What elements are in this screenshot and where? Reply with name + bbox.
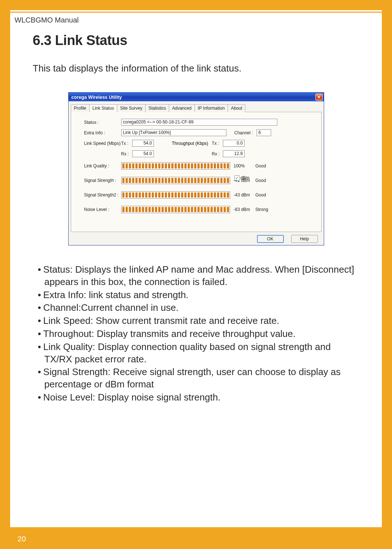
help-button[interactable]: Help xyxy=(291,235,318,243)
list-item: Status: Displays the linked AP name and … xyxy=(33,264,359,288)
link-quality-label: Link Quality : xyxy=(75,163,121,168)
signal-strength2-label: Signal Strength2 : xyxy=(75,192,121,198)
extra-info-label: Extra Info : xyxy=(75,130,121,135)
channel-field: 6 xyxy=(257,129,271,136)
tab-link-status[interactable]: Link Status xyxy=(89,104,117,112)
tab-advanced[interactable]: Advanced xyxy=(169,104,195,112)
tab-statistics[interactable]: Statistics xyxy=(145,104,169,112)
signal-strength2-bar xyxy=(121,191,230,199)
list-item: Signal Strength: Receive signal strength… xyxy=(33,366,359,391)
tx-throughput-field: 0.0 xyxy=(223,140,245,147)
window-title: corega Wireless Utility xyxy=(72,94,315,100)
signal-strength-rating: Good xyxy=(256,178,266,183)
rx-throughput-field: 12.9 xyxy=(223,150,245,157)
extra-info-field: Link Up [TxPower:100%] xyxy=(121,129,226,136)
checkbox-icon[interactable] xyxy=(234,175,240,180)
rx-speed-field: 54.0 xyxy=(132,150,154,157)
tab-profile[interactable]: Profile xyxy=(71,104,90,112)
noise-level-rating: Strong xyxy=(256,207,268,212)
content-area: 6.3 Link Status This tab displays the in… xyxy=(33,33,359,404)
titlebar: corega Wireless Utility × xyxy=(69,93,324,101)
noise-level-value: -63 dBm xyxy=(234,207,256,212)
window-body: Profile Link Status Site Survey Statisti… xyxy=(69,101,324,245)
tab-site-survey[interactable]: Site Survey xyxy=(117,104,146,112)
list-item: Link Quality: Display connection quality… xyxy=(33,341,359,366)
section-heading: 6.3 Link Status xyxy=(33,33,359,48)
list-item: Throughout: Display transmits and receiv… xyxy=(33,328,359,340)
manual-title: WLCBGMO Manual xyxy=(15,16,79,24)
status-label: Status : xyxy=(75,120,121,125)
signal-strength-bar xyxy=(121,177,230,184)
rx-label: Rx : xyxy=(121,151,132,156)
noise-level-label: Noise Level : xyxy=(75,207,121,212)
tab-about[interactable]: About xyxy=(228,104,245,112)
link-quality-bar xyxy=(121,162,230,170)
tx-label-2: Tx : xyxy=(212,141,223,146)
dbm-checkbox[interactable]: dBm xyxy=(234,175,250,180)
ok-button[interactable]: OK xyxy=(257,235,284,243)
signal-strength2-rating: Good xyxy=(256,192,266,198)
list-item: Link Speed: Show current transmit rate a… xyxy=(33,315,359,327)
close-icon[interactable]: × xyxy=(315,94,323,101)
signal-strength2-value: -43 dBm xyxy=(234,192,256,198)
signal-strength-label: Signal Strength : xyxy=(75,178,121,183)
header-rule xyxy=(10,13,382,14)
list-item: Extra Info: link status and strength. xyxy=(33,289,359,301)
tx-label: Tx : xyxy=(121,141,132,146)
list-item: Noise Level: Display noise signal streng… xyxy=(33,391,359,404)
section-intro: This tab displays the information of the… xyxy=(33,63,359,74)
status-field: corega0205 <--> 00-50-18-21-CF-69 xyxy=(121,119,277,126)
utility-window: corega Wireless Utility × Profile Link S… xyxy=(68,92,324,245)
tab-ip-information[interactable]: IP Information xyxy=(195,104,228,112)
noise-level-bar xyxy=(121,206,230,213)
list-item: Channel:Current channel in use. xyxy=(33,302,359,314)
throughput-label: Throughput (Kbps) xyxy=(172,141,208,146)
tab-panel: Status : corega0205 <--> 00-50-18-21-CF-… xyxy=(71,112,322,232)
link-quality-rating: Good xyxy=(256,163,266,168)
tab-bar: Profile Link Status Site Survey Statisti… xyxy=(71,104,322,112)
link-quality-value: 100% xyxy=(234,163,256,168)
description-list: Status: Displays the linked AP name and … xyxy=(33,264,359,404)
link-speed-label: Link Speed (Mbps) xyxy=(75,141,121,146)
dbm-label: dBm xyxy=(241,175,250,180)
rx-label-2: Rx : xyxy=(212,151,223,156)
page-number: 20 xyxy=(17,534,26,543)
tx-speed-field: 54.0 xyxy=(132,140,154,147)
channel-label: Channel : xyxy=(234,130,253,135)
